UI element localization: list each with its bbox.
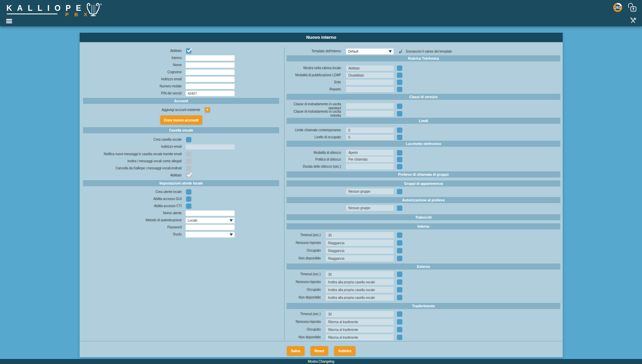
section-classi-di-servizio: Classi di servizio: [287, 94, 560, 100]
override-checkbox[interactable]: [397, 272, 402, 277]
template-select[interactable]: Default: [346, 49, 394, 54]
field-label: Inoltra i messaggi vocali come allegati: [80, 159, 186, 163]
override-checkbox[interactable]: [397, 319, 402, 325]
mostra-rubrica-value: Abilitato: [346, 65, 394, 71]
override-checkbox[interactable]: [397, 295, 402, 300]
esterno-nessuna-risposta-value: Inoltra alla propria casella vocale: [326, 279, 394, 285]
email-input[interactable]: [186, 77, 235, 82]
field-label: Limite chiamate contemporanee: [285, 128, 346, 132]
cancella-checkbox: [186, 166, 191, 171]
ruolo-select[interactable]: [186, 232, 235, 237]
field-label: Classe di instradamento in uscita standa…: [285, 102, 346, 110]
field-label: PIN dei servizi: [80, 91, 186, 95]
field-label: Nome: [80, 63, 186, 67]
override-checkbox[interactable]: [397, 248, 402, 253]
section-casella-vocale: Casella vocale: [83, 127, 279, 133]
extension-counter-badge[interactable]: 261: [613, 3, 622, 12]
ente-value: [346, 80, 394, 85]
field-row-notifica: Notifica nuovi messaggi in casella vocal…: [80, 151, 284, 157]
crea-utente-checkbox[interactable]: [186, 189, 191, 195]
menu-hamburger-icon[interactable]: [6, 19, 12, 24]
abilitato-checkbox[interactable]: [186, 48, 191, 54]
override-checkbox[interactable]: [397, 311, 402, 317]
field-row-trasf-timeout: Timeout (sec.) 30: [285, 311, 563, 317]
vm-abilitato-checkbox: [186, 173, 191, 178]
password-input[interactable]: [186, 225, 235, 230]
field-row-password: Password: [80, 225, 284, 230]
interno-input[interactable]: [186, 55, 235, 61]
back-button[interactable]: Indietro: [334, 346, 355, 356]
nome-utente-input[interactable]: [186, 211, 235, 216]
metodo-autenticazione-select[interactable]: Locale: [186, 218, 235, 223]
field-row-interno-non-disponibile: Non disponibile Riaggancia: [285, 255, 563, 261]
politica-sblocco-value: Per chiamata: [346, 157, 394, 162]
field-row-livello-occupato: Livello di occupato 0: [285, 135, 563, 140]
add-account-button[interactable]: +: [205, 107, 210, 112]
trasf-timeout-value: 30: [326, 311, 394, 317]
override-checkbox[interactable]: [397, 128, 402, 133]
field-label: Metodo di autenticazione: [80, 218, 186, 222]
accesso-gui-checkbox[interactable]: [186, 196, 191, 202]
override-checkbox[interactable]: [397, 80, 402, 85]
override-checkbox[interactable]: [397, 157, 402, 162]
field-row-accesso-gui: Abilita accesso GUI: [80, 196, 284, 202]
accesso-cti-checkbox[interactable]: [186, 203, 191, 209]
limite-chiamate-value: 0: [346, 128, 394, 133]
select-value: Default: [348, 50, 358, 53]
gruppi-value: Nessun gruppo: [346, 189, 394, 194]
field-label: Occupato: [285, 328, 326, 332]
override-checkbox[interactable]: [397, 256, 402, 261]
inoltra-checkbox: [186, 159, 191, 164]
section-trabocchi-trasferimento: Trasferimento: [287, 303, 560, 309]
chevron-down-icon: [230, 219, 233, 222]
field-label: Occupato: [285, 288, 326, 292]
override-checkbox[interactable]: [397, 189, 402, 194]
field-label: Non disponibile: [285, 296, 326, 300]
field-row-reparto: Reparto: [285, 87, 563, 92]
override-checkbox[interactable]: [397, 87, 402, 92]
field-label: Modalità di sblocco: [285, 151, 346, 155]
override-checkbox[interactable]: [397, 287, 402, 292]
save-button[interactable]: Salva: [287, 346, 304, 356]
vm-email-input: [186, 144, 235, 149]
field-row-esterno-timeout: Timeout (sec.) 30: [285, 271, 563, 277]
field-label: Abilitato: [80, 173, 186, 177]
field-row-classe-standard: Classe di instradamento in uscita standa…: [285, 103, 563, 109]
override-checkbox[interactable]: [397, 232, 402, 238]
field-row-abilitato: Abilitato: [80, 48, 284, 54]
override-checkbox[interactable]: [397, 327, 402, 332]
section-rubrica-telefonica: Rubrica Telefonica: [287, 55, 560, 61]
tools-icon[interactable]: [630, 17, 636, 24]
override-checkbox[interactable]: [397, 111, 402, 116]
override-checkbox[interactable]: [397, 65, 402, 71]
override-checkbox[interactable]: [397, 240, 402, 246]
field-row-numero-mobile: Numero mobile: [80, 84, 284, 89]
unlock-icon[interactable]: [626, 2, 637, 13]
override-checkbox[interactable]: [397, 150, 402, 156]
add-account-row: Aggiungi account esistente +: [80, 107, 284, 112]
create-account-button[interactable]: Crea nuovo account: [160, 115, 202, 124]
reset-button[interactable]: Reset: [311, 346, 328, 356]
override-checkbox[interactable]: [397, 205, 402, 211]
crea-casella-checkbox[interactable]: [186, 137, 191, 142]
changelog-bar[interactable]: Mostra Changelog: [0, 359, 642, 364]
kalliope-logo[interactable]: KALLIOPE PBX ®: [6, 2, 108, 19]
override-checkbox[interactable]: [397, 335, 402, 340]
field-label: Abilitato: [80, 49, 186, 53]
field-label: Nessuna risposta: [285, 320, 326, 324]
mobile-input[interactable]: [186, 84, 235, 89]
notifica-checkbox: [186, 151, 191, 157]
override-checkbox[interactable]: [397, 104, 402, 109]
right-column: Template dell'interno Default Sovrascriv…: [284, 48, 563, 340]
override-checkbox[interactable]: [397, 135, 402, 140]
override-checkbox[interactable]: [397, 73, 402, 78]
override-checkbox[interactable]: [397, 164, 402, 169]
override-template-label: Sovrascrivi il valore del template: [406, 50, 452, 53]
override-checkbox[interactable]: [397, 279, 402, 285]
pin-input[interactable]: [186, 91, 235, 96]
cognome-input[interactable]: [186, 69, 235, 75]
field-label: Indirizzo email: [80, 77, 186, 81]
section-trabocchi-esterno: Esterno: [287, 263, 560, 270]
nome-input[interactable]: [186, 62, 235, 68]
field-row-cancella: Cancella da Kalliope i messaggi vocali i…: [80, 166, 284, 171]
